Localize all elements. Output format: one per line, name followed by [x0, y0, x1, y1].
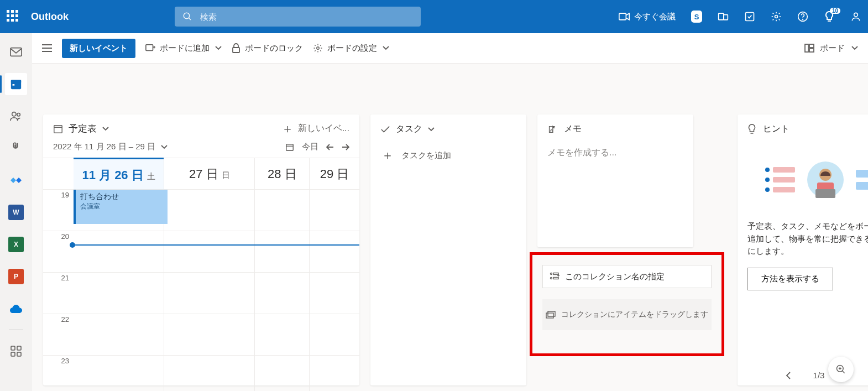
day-header[interactable]: 27 日日	[164, 158, 254, 189]
svg-point-0	[184, 13, 190, 19]
plus-icon: ＋	[381, 149, 394, 161]
lightbulb-icon	[747, 124, 756, 135]
search-input[interactable]	[200, 12, 413, 22]
meet-now-button[interactable]: 今すぐ会議	[619, 12, 676, 22]
day-header[interactable]: 11 月 26 日土	[74, 158, 164, 189]
rail-excel[interactable]: X	[5, 233, 27, 256]
new-event-button[interactable]: 新しいイベント	[62, 39, 135, 58]
board-view-icon	[804, 44, 814, 53]
svg-rect-28	[809, 49, 814, 52]
day-header[interactable]: 28 日	[254, 158, 309, 189]
board-canvas[interactable]: 予定表 ＋ 新しいイベ... 2022 年 11 月 26 日 – 29 日 今…	[32, 64, 868, 391]
help-icon[interactable]	[797, 11, 808, 22]
board-settings-button[interactable]: ボードの設定	[313, 43, 389, 54]
today-button[interactable]: 今日	[302, 142, 318, 152]
stack-icon	[546, 311, 556, 319]
memo-card[interactable]: A メモ メモを作成する...	[537, 114, 693, 247]
note-icon: A	[547, 124, 557, 134]
rail-more-apps[interactable]	[5, 340, 27, 362]
lock-board-button[interactable]: ボードのロック	[232, 43, 303, 54]
next-arrow-icon[interactable]	[342, 144, 349, 150]
svg-point-8	[803, 19, 803, 20]
prev-page-icon[interactable]	[786, 372, 791, 379]
collection-card-highlight: このコレクション名の指定 コレクションにアイテムをドラッグします	[530, 252, 724, 356]
prev-arrow-icon[interactable]	[326, 144, 334, 150]
calendar-card[interactable]: 予定表 ＋ 新しいイベ... 2022 年 11 月 26 日 – 29 日 今…	[43, 114, 359, 385]
rail-powerpoint[interactable]: P	[5, 265, 27, 288]
chevron-down-icon	[102, 127, 109, 131]
rail-todo[interactable]	[5, 169, 27, 191]
svg-point-25	[317, 47, 320, 50]
app-header: Outlook 今すぐ会議 S 10	[0, 0, 868, 33]
collection-icon	[550, 272, 560, 281]
svg-rect-21	[146, 45, 153, 51]
collection-name-input[interactable]: このコレクション名の指定	[542, 265, 712, 288]
chevron-down-icon	[161, 145, 168, 149]
date-range-picker[interactable]: 2022 年 11 月 26 日 – 29 日	[53, 142, 168, 152]
tasks-title[interactable]: タスク	[370, 114, 526, 144]
rail-onedrive[interactable]	[5, 298, 27, 320]
account-icon[interactable]	[850, 11, 861, 22]
collection-drop-zone[interactable]: コレクションにアイテムをドラッグします	[542, 299, 712, 330]
svg-rect-40	[548, 311, 555, 316]
hour-label: 20	[43, 231, 74, 272]
calendar-new-event-link[interactable]: ＋ 新しいイベ...	[281, 123, 349, 135]
avatar-illustration	[806, 160, 845, 199]
svg-rect-27	[809, 44, 814, 48]
memo-create-input[interactable]: メモを作成する...	[537, 144, 693, 162]
command-bar: 新しいイベント ボードに追加 ボードのロック ボードの設定 ボード	[32, 33, 868, 64]
lock-icon	[232, 43, 240, 53]
svg-rect-14	[13, 84, 15, 86]
rail-files[interactable]	[5, 137, 27, 159]
chevron-down-icon	[428, 127, 435, 132]
svg-rect-2	[619, 13, 626, 20]
svg-point-15	[12, 112, 16, 116]
add-board-icon	[145, 44, 155, 53]
svg-rect-13	[11, 80, 21, 83]
check-icon	[380, 125, 390, 134]
nav-toggle-icon[interactable]	[42, 44, 52, 52]
search-box[interactable]	[175, 7, 421, 27]
rail-mail[interactable]	[5, 41, 27, 63]
now-indicator-dot	[70, 242, 75, 248]
chevron-down-icon	[383, 46, 389, 50]
svg-rect-17	[11, 346, 15, 350]
svg-rect-18	[17, 346, 21, 350]
rail-divider	[9, 330, 23, 330]
zoom-in-icon	[835, 364, 846, 375]
settings-icon[interactable]	[771, 11, 782, 22]
svg-line-1	[189, 18, 191, 20]
memo-title: A メモ	[537, 114, 693, 144]
teams-icon[interactable]	[718, 11, 729, 22]
svg-rect-3	[719, 13, 724, 20]
video-icon	[619, 13, 630, 20]
app-launcher-icon[interactable]	[7, 10, 20, 23]
chevron-down-icon	[851, 46, 858, 50]
calendar-grid[interactable]: 19 20 21 22 23 打ち合わせ 会議室	[43, 189, 359, 391]
today-icon[interactable]	[285, 143, 294, 152]
rail-calendar[interactable]	[5, 73, 27, 95]
skype-icon[interactable]: S	[691, 11, 702, 22]
calendar-title[interactable]: 予定表	[53, 122, 109, 135]
todo-icon[interactable]	[744, 11, 755, 22]
plus-icon: ＋	[281, 123, 294, 135]
svg-line-48	[843, 371, 845, 373]
hint-show-how-button[interactable]: 方法を表示する	[747, 268, 833, 290]
rail-people[interactable]	[5, 105, 27, 127]
svg-rect-20	[17, 352, 21, 356]
calendar-event[interactable]: 打ち合わせ 会議室	[74, 190, 168, 224]
add-to-board-button[interactable]: ボードに追加	[145, 43, 222, 54]
tasks-card[interactable]: タスク ＋ タスクを追加	[370, 114, 526, 385]
day-header[interactable]: 29 日	[309, 158, 359, 189]
now-indicator	[70, 244, 359, 246]
gear-icon	[313, 43, 323, 53]
rail-word[interactable]: W	[5, 201, 27, 223]
add-task-button[interactable]: ＋ タスクを追加	[370, 144, 526, 167]
app-title: Outlook	[31, 11, 69, 23]
view-switcher[interactable]: ボード	[804, 43, 858, 54]
svg-rect-24	[233, 48, 239, 53]
zoom-in-button[interactable]	[828, 357, 854, 382]
svg-point-36	[551, 278, 552, 279]
tips-icon[interactable]: 10	[824, 11, 835, 22]
svg-point-16	[17, 113, 20, 117]
